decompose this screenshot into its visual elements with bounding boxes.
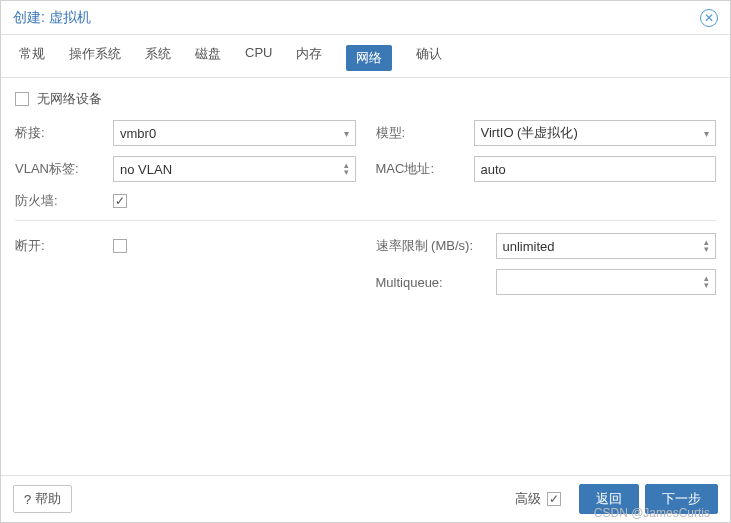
- divider: [15, 220, 716, 221]
- back-button[interactable]: 返回: [579, 484, 639, 514]
- advanced-checkbox[interactable]: [547, 492, 561, 506]
- spinner-icon: ▴▾: [344, 162, 349, 176]
- firewall-label: 防火墙:: [15, 192, 113, 210]
- tab-os[interactable]: 操作系统: [69, 45, 121, 77]
- bridge-select[interactable]: vmbr0 ▾: [113, 120, 356, 146]
- multiqueue-label: Multiqueue:: [376, 275, 496, 290]
- mac-label: MAC地址:: [376, 160, 474, 178]
- wizard-tabs: 常规 操作系统 系统 磁盘 CPU 内存 网络 确认: [1, 35, 730, 78]
- dialog-titlebar: 创建: 虚拟机 ✕: [1, 1, 730, 35]
- rate-label: 速率限制 (MB/s):: [376, 237, 496, 255]
- help-icon: ?: [24, 492, 31, 507]
- chevron-down-icon: ▾: [344, 128, 349, 139]
- tab-disk[interactable]: 磁盘: [195, 45, 221, 77]
- no-network-checkbox[interactable]: [15, 92, 29, 106]
- disconnect-label: 断开:: [15, 237, 113, 255]
- spinner-icon: ▴▾: [704, 275, 709, 289]
- no-network-label: 无网络设备: [37, 90, 102, 108]
- vlan-label: VLAN标签:: [15, 160, 113, 178]
- tab-general[interactable]: 常规: [19, 45, 45, 77]
- help-button[interactable]: ? 帮助: [13, 485, 72, 513]
- dialog-body: 无网络设备 桥接: vmbr0 ▾ 模型: VirtIO (半虚拟化) ▾ VL…: [1, 78, 730, 475]
- dialog-title: 创建: 虚拟机: [13, 9, 700, 27]
- chevron-down-icon: ▾: [704, 128, 709, 139]
- create-vm-dialog: 创建: 虚拟机 ✕ 常规 操作系统 系统 磁盘 CPU 内存 网络 确认 无网络…: [0, 0, 731, 523]
- mac-input[interactable]: auto: [474, 156, 717, 182]
- disconnect-checkbox[interactable]: [113, 239, 127, 253]
- firewall-checkbox[interactable]: [113, 194, 127, 208]
- dialog-footer: ? 帮助 高级 返回 下一步: [1, 475, 730, 522]
- advanced-toggle[interactable]: 高级: [515, 490, 561, 508]
- model-select[interactable]: VirtIO (半虚拟化) ▾: [474, 120, 717, 146]
- next-button[interactable]: 下一步: [645, 484, 718, 514]
- vlan-input[interactable]: no VLAN ▴▾: [113, 156, 356, 182]
- tab-memory[interactable]: 内存: [296, 45, 322, 77]
- multiqueue-input[interactable]: ▴▾: [496, 269, 717, 295]
- tab-cpu[interactable]: CPU: [245, 45, 272, 77]
- tab-network[interactable]: 网络: [346, 45, 392, 71]
- rate-input[interactable]: unlimited ▴▾: [496, 233, 717, 259]
- tab-confirm[interactable]: 确认: [416, 45, 442, 77]
- bridge-label: 桥接:: [15, 124, 113, 142]
- model-label: 模型:: [376, 124, 474, 142]
- spinner-icon: ▴▾: [704, 239, 709, 253]
- tab-system[interactable]: 系统: [145, 45, 171, 77]
- close-icon[interactable]: ✕: [700, 9, 718, 27]
